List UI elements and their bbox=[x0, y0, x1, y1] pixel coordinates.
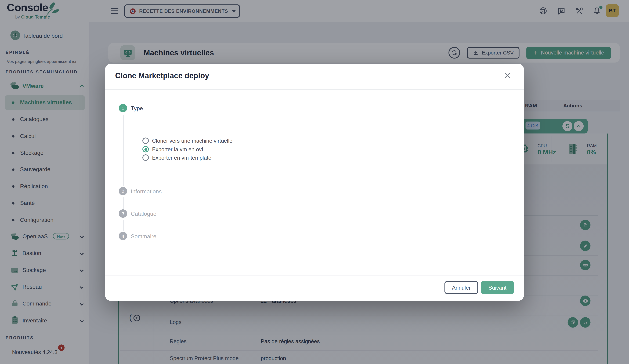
radio-export-template-label[interactable]: Exporter en vm-template bbox=[152, 155, 211, 161]
radio-export-template[interactable] bbox=[142, 154, 149, 161]
step-connector bbox=[123, 115, 123, 186]
step-connector bbox=[123, 197, 123, 209]
step-3-label: Catalogue bbox=[131, 211, 156, 217]
radio-clone-vm[interactable] bbox=[142, 137, 149, 144]
radio-export-ovf[interactable] bbox=[142, 146, 149, 152]
step-1-label: Type bbox=[131, 105, 143, 112]
step-connector bbox=[123, 220, 123, 232]
step-4-indicator: 4 bbox=[119, 232, 127, 240]
clone-modal: Clone Marketplace deploy ✕ 1 Type Cloner… bbox=[105, 64, 524, 301]
app-root: Console by Cloud Temple RECETTE DES ENVI… bbox=[0, 0, 629, 364]
next-button[interactable]: Suivant bbox=[481, 281, 514, 294]
radio-clone-vm-label[interactable]: Cloner vers une machine virtuelle bbox=[152, 138, 232, 144]
modal-title: Clone Marketplace deploy bbox=[115, 71, 209, 80]
modal-footer-divider bbox=[105, 275, 524, 275]
cancel-button[interactable]: Annuler bbox=[445, 281, 478, 294]
step-2-indicator: 2 bbox=[119, 187, 127, 195]
close-icon[interactable]: ✕ bbox=[502, 71, 513, 81]
modal-header-divider bbox=[105, 89, 524, 90]
step-1-indicator: 1 bbox=[119, 104, 127, 112]
radio-export-ovf-label[interactable]: Exporter la vm en ovf bbox=[152, 146, 203, 152]
step-3-indicator: 3 bbox=[119, 209, 127, 218]
step-2-label: Informations bbox=[131, 188, 162, 195]
step-4-label: Sommaire bbox=[131, 233, 156, 240]
